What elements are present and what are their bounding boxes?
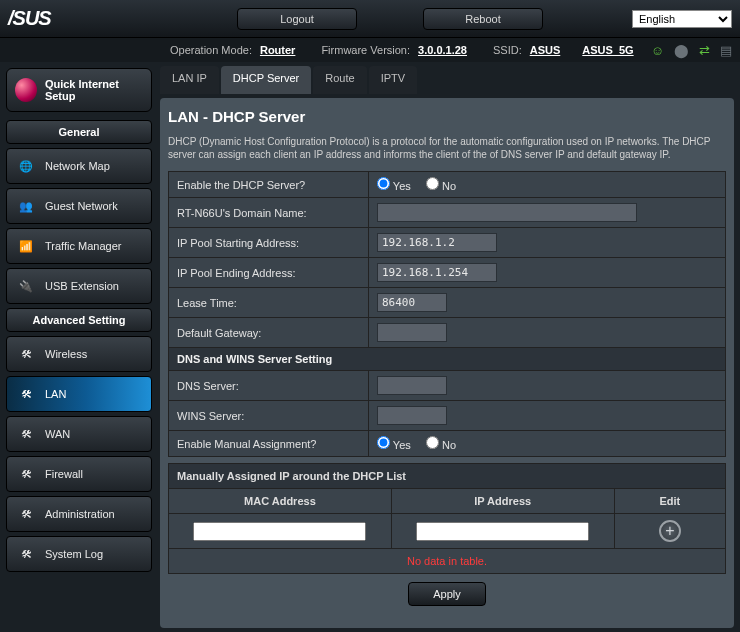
qis-button[interactable]: Quick Internet Setup [6, 68, 152, 112]
nav-label: Firewall [45, 468, 83, 480]
tab-route[interactable]: Route [313, 66, 366, 94]
no-data-message: No data in table. [168, 549, 726, 574]
mac-input[interactable] [193, 522, 366, 541]
nav-label: System Log [45, 548, 103, 560]
lease-input[interactable] [377, 293, 447, 312]
row-domain-label: RT-N66U's Domain Name: [169, 198, 369, 228]
col-mac: MAC Address [169, 489, 392, 514]
gateway-input[interactable] [377, 323, 447, 342]
nav-label: LAN [45, 388, 66, 400]
tab-dhcp-server[interactable]: DHCP Server [221, 66, 311, 94]
tab-lan-ip[interactable]: LAN IP [160, 66, 219, 94]
nav-icon: 📶 [15, 235, 37, 257]
nav-firewall[interactable]: 🛠Firewall [6, 456, 152, 492]
nav-icon: 🛠 [15, 463, 37, 485]
nav-icon: 🌐 [15, 155, 37, 177]
row-pool-end-label: IP Pool Ending Address: [169, 258, 369, 288]
qis-icon [15, 78, 37, 102]
op-mode-link[interactable]: Router [260, 44, 295, 56]
nav-label: USB Extension [45, 280, 119, 292]
nav-traffic-manager[interactable]: 📶Traffic Manager [6, 228, 152, 264]
plus-icon: + [665, 522, 674, 540]
printer-status-icon: ▤ [720, 43, 732, 58]
nav-label: Wireless [45, 348, 87, 360]
nav-icon: 🛠 [15, 543, 37, 565]
col-edit: Edit [614, 489, 725, 514]
logout-button[interactable]: Logout [237, 8, 357, 30]
nav-label: Traffic Manager [45, 240, 121, 252]
pool-start-input[interactable] [377, 233, 497, 252]
fw-link[interactable]: 3.0.0.1.28 [418, 44, 467, 56]
ssid-label: SSID: [493, 44, 522, 56]
col-ip: IP Address [391, 489, 614, 514]
row-enable-dhcp-label: Enable the DHCP Server? [169, 172, 369, 198]
manual-no[interactable]: No [426, 439, 456, 451]
nav-label: Network Map [45, 160, 110, 172]
add-entry-button[interactable]: + [659, 520, 681, 542]
fw-label: Firmware Version: [321, 44, 410, 56]
nav-icon: 🔌 [15, 275, 37, 297]
row-manual-label: Enable Manual Assignment? [169, 431, 369, 457]
section-general: General [6, 120, 152, 144]
nav-icon: 🛠 [15, 343, 37, 365]
nav-icon: 🛠 [15, 383, 37, 405]
nav-guest-network[interactable]: 👥Guest Network [6, 188, 152, 224]
row-gateway-label: Default Gateway: [169, 318, 369, 348]
nav-system-log[interactable]: 🛠System Log [6, 536, 152, 572]
nav-administration[interactable]: 🛠Administration [6, 496, 152, 532]
client-status-icon: ☺ [651, 43, 664, 58]
nav-label: WAN [45, 428, 70, 440]
domain-input[interactable] [377, 203, 637, 222]
enable-dhcp-no[interactable]: No [426, 180, 456, 192]
row-dns-label: DNS Server: [169, 371, 369, 401]
dns-wins-header: DNS and WINS Server Setting [169, 348, 726, 371]
ssid5-link[interactable]: ASUS_5G [582, 44, 633, 56]
enable-dhcp-yes[interactable]: Yes [377, 180, 411, 192]
nav-wireless[interactable]: 🛠Wireless [6, 336, 152, 372]
wins-input[interactable] [377, 406, 447, 425]
qis-label: Quick Internet Setup [45, 78, 143, 102]
ip-input[interactable] [416, 522, 589, 541]
row-pool-start-label: IP Pool Starting Address: [169, 228, 369, 258]
section-advanced: Advanced Setting [6, 308, 152, 332]
reboot-button[interactable]: Reboot [423, 8, 543, 30]
nav-icon: 👥 [15, 195, 37, 217]
nav-icon: 🛠 [15, 503, 37, 525]
page-description: DHCP (Dynamic Host Configuration Protoco… [168, 135, 726, 161]
nav-lan[interactable]: 🛠LAN [6, 376, 152, 412]
apply-button[interactable]: Apply [408, 582, 486, 606]
nav-label: Administration [45, 508, 115, 520]
wan-status-icon: ⬤ [674, 43, 689, 58]
usb-status-icon: ⇄ [699, 43, 710, 58]
nav-usb-extension[interactable]: 🔌USB Extension [6, 268, 152, 304]
row-lease-label: Lease Time: [169, 288, 369, 318]
manual-list-header: Manually Assigned IP around the DHCP Lis… [169, 464, 726, 489]
nav-network-map[interactable]: 🌐Network Map [6, 148, 152, 184]
nav-icon: 🛠 [15, 423, 37, 445]
nav-wan[interactable]: 🛠WAN [6, 416, 152, 452]
language-select[interactable]: English [632, 10, 732, 28]
dns-input[interactable] [377, 376, 447, 395]
row-wins-label: WINS Server: [169, 401, 369, 431]
page-title: LAN - DHCP Server [168, 108, 726, 125]
nav-label: Guest Network [45, 200, 118, 212]
brand-logo: /SUS [8, 7, 148, 30]
tab-iptv[interactable]: IPTV [369, 66, 417, 94]
op-mode-label: Operation Mode: [170, 44, 252, 56]
manual-yes[interactable]: Yes [377, 439, 411, 451]
ssid-link[interactable]: ASUS [530, 44, 561, 56]
pool-end-input[interactable] [377, 263, 497, 282]
